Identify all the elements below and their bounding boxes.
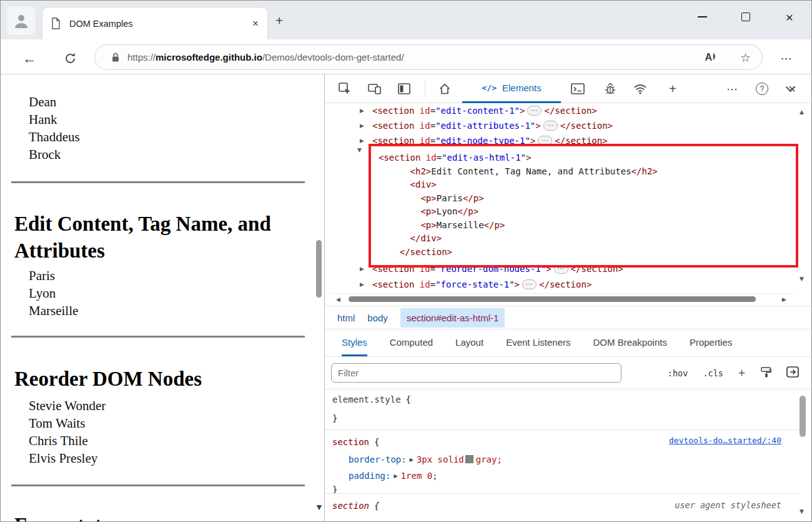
collapsed-content-ellipsis[interactable]: ⋯ <box>527 106 542 116</box>
heading-edit-content: Edit Content, Tag Name, and Attributes <box>14 211 308 264</box>
editor-line[interactable]: <p>Lyon</p> <box>379 205 796 219</box>
editor-line[interactable]: <section id="edit-as-html-1"> <box>379 151 796 165</box>
bug-icon[interactable] <box>600 79 620 99</box>
styles-tab-layout[interactable]: Layout <box>455 329 483 356</box>
toggle-cls-button[interactable]: .cls <box>703 368 723 378</box>
back-button[interactable]: ← <box>19 48 39 68</box>
edit-as-html-editor[interactable]: <section id="edit-as-html-1"> <h2>Edit C… <box>369 144 798 268</box>
code-token: </section> <box>560 121 613 131</box>
list-item: Thaddeus <box>29 128 80 146</box>
help-button[interactable]: ? <box>752 79 772 99</box>
dom-tree-node[interactable]: ▶<section id="edit-attributes-1">⋯</sect… <box>325 118 800 133</box>
code-token <box>379 193 420 203</box>
expand-arrow-icon[interactable]: ▶ <box>360 277 369 292</box>
collapsed-content-ellipsis[interactable]: ⋯ <box>522 279 537 289</box>
styles-filter-input[interactable] <box>331 363 621 383</box>
rule-close-brace: } <box>332 412 337 424</box>
toggle-hov-button[interactable]: :hov <box>668 368 688 378</box>
device-emulation-icon[interactable] <box>365 79 385 99</box>
scroll-up-icon[interactable]: ▲ <box>800 109 804 115</box>
dom-tree-node[interactable]: ▶<section id="edit-content-1">⋯</section… <box>325 103 800 118</box>
address-bar[interactable]: https://microsoftedge.github.io/Demos/de… <box>94 44 763 70</box>
editor-line[interactable]: </section> <box>379 246 796 259</box>
inline-style-rule[interactable]: element.style{ <box>332 393 411 406</box>
code-token: = <box>430 106 435 116</box>
tab-elements[interactable]: </> Elements <box>462 74 561 103</box>
new-tab-button[interactable]: + <box>275 13 283 28</box>
styles-tab-event-listeners[interactable]: Event Listeners <box>506 329 570 356</box>
shorthand-expand-icon[interactable]: ▶ <box>394 473 397 479</box>
titlebar[interactable]: DOM Examples × + × <box>1 1 811 39</box>
editor-line[interactable]: <div> <box>379 178 796 192</box>
browser-tab[interactable]: DOM Examples × <box>42 7 268 39</box>
stylesheet-source-link[interactable]: devtools-do…started/:40 <box>669 436 781 445</box>
css-property-row[interactable]: border-top:▶3px solidgray; <box>349 453 502 466</box>
styles-tab-computed[interactable]: Computed <box>390 329 433 356</box>
open-brace: { <box>406 394 411 404</box>
close-window-button[interactable]: × <box>768 1 811 33</box>
minimize-button[interactable] <box>680 1 724 33</box>
favorites-star-button[interactable]: ☆ <box>740 51 751 64</box>
more-tools-icon[interactable]: ⋯ <box>722 79 742 99</box>
settings-more-button[interactable]: ⋯ <box>776 48 796 68</box>
editor-line[interactable]: <h2>Edit Content, Tag Name, and Attribut… <box>379 165 796 179</box>
page-scrollbar-down-icon[interactable]: ▼ <box>314 503 324 511</box>
window-controls: × <box>680 1 811 33</box>
tab-close-icon[interactable]: × <box>252 18 259 29</box>
styles-tab-properties[interactable]: Properties <box>690 329 732 356</box>
home-icon[interactable] <box>435 79 455 99</box>
styles-scrollbar-thumb[interactable] <box>800 396 806 437</box>
tab-title: DOM Examples <box>69 19 252 29</box>
format-painter-icon[interactable] <box>760 366 771 380</box>
new-style-rule-icon[interactable]: + <box>738 366 745 380</box>
user-agent-rule[interactable]: section{ <box>332 499 379 512</box>
console-icon[interactable] <box>568 79 588 99</box>
code-token: </h2> <box>631 166 658 176</box>
color-swatch[interactable] <box>465 455 473 463</box>
dock-side-icon[interactable] <box>394 79 414 99</box>
browser-window: DOM Examples × + × ← https://microsofted… <box>0 0 812 522</box>
styles-tab-styles[interactable]: Styles <box>342 329 367 356</box>
computed-sidebar-toggle-icon[interactable] <box>786 366 799 380</box>
scroll-right-icon[interactable]: ▶ <box>782 296 786 303</box>
scroll-left-icon[interactable]: ◀ <box>336 296 340 303</box>
list-item: Dean <box>29 93 80 111</box>
code-token: Marseille <box>437 220 484 230</box>
inspect-element-icon[interactable] <box>335 79 355 99</box>
breadcrumb-item[interactable]: html <box>337 313 355 323</box>
scroll-down-icon[interactable]: ▼ <box>800 276 804 282</box>
profile-avatar[interactable] <box>7 6 36 35</box>
network-icon[interactable] <box>630 79 650 99</box>
breadcrumb-item[interactable]: body <box>367 313 388 323</box>
code-token: > <box>520 106 525 116</box>
shorthand-expand-icon[interactable]: ▶ <box>410 457 413 463</box>
expand-arrow-icon[interactable]: ▶ <box>360 133 369 148</box>
collapse-arrow-icon[interactable]: ▼ <box>357 147 362 153</box>
dom-tree-node[interactable]: ▶<section id="force-state-1">⋯</section> <box>325 277 800 292</box>
css-property-row[interactable]: padding:▶1rem 0; <box>349 469 438 482</box>
editor-line[interactable]: <p>Paris</p> <box>379 192 796 206</box>
heading-force-state: Force state <box>14 512 308 522</box>
collapsed-content-ellipsis[interactable]: ⋯ <box>543 121 558 131</box>
page-scrollbar-thumb[interactable] <box>316 240 322 298</box>
add-panel-icon[interactable]: + <box>663 79 683 99</box>
editor-line[interactable]: <p>Marseille</p> <box>379 219 796 233</box>
horizontal-scrollbar[interactable]: ◀ ▶ <box>331 293 793 304</box>
refresh-icon <box>64 52 77 65</box>
breadcrumb-item[interactable]: section#edit-as-html-1 <box>400 308 505 328</box>
refresh-button[interactable] <box>60 48 80 68</box>
expand-arrow-icon[interactable]: ▶ <box>360 103 369 118</box>
horizontal-scrollbar-thumb[interactable] <box>349 296 756 302</box>
expand-arrow-icon[interactable]: ▶ <box>360 118 369 133</box>
styles-tab-dom-breakpoints[interactable]: DOM Breakpoints <box>593 329 667 356</box>
lock-icon[interactable] <box>111 52 120 63</box>
expand-arrow-icon[interactable]: ▶ <box>360 261 369 276</box>
styles-scroll-down-icon[interactable]: ▼ <box>800 508 804 514</box>
editor-line[interactable]: </div> <box>379 232 796 246</box>
close-icon: × <box>786 11 793 24</box>
devtools-panel: </> Elements + ⋯ ? × ▶<section id="edit-… <box>324 74 812 522</box>
maximize-button[interactable] <box>724 1 768 33</box>
section-style-rule[interactable]: section{ <box>332 436 379 448</box>
elements-tab-label: Elements <box>502 83 542 93</box>
read-aloud-button[interactable]: A <box>705 52 718 63</box>
